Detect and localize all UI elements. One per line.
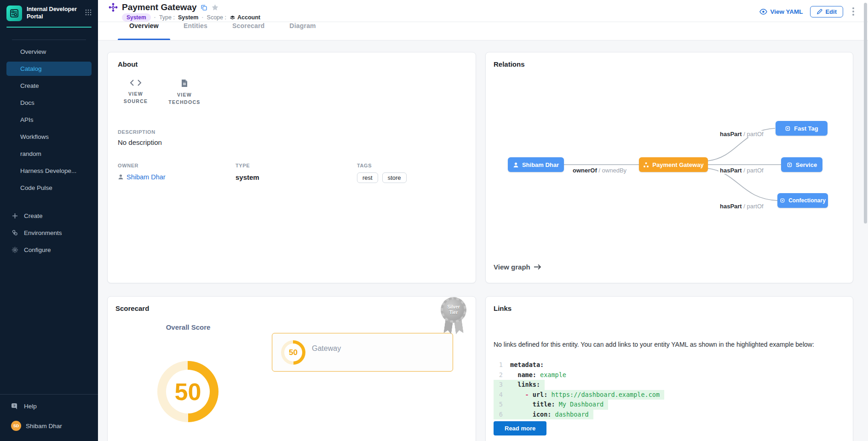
account-scope-icon	[230, 15, 236, 21]
meta-separator: ·	[201, 14, 203, 21]
scorecard-title: Scorecard	[115, 304, 468, 312]
edit-label: Edit	[825, 8, 837, 15]
edit-button[interactable]: Edit	[810, 6, 843, 17]
sidebar: Internal Developer Portal Overview Catal…	[0, 0, 98, 441]
favorite-star-button[interactable]	[211, 4, 219, 11]
links-empty-text: No links defined for this entity. You ca…	[494, 341, 845, 348]
scope-value: Account	[237, 14, 260, 21]
tags-row: rest store	[357, 172, 466, 183]
tab-overview[interactable]: Overview	[118, 22, 170, 40]
about-actions: VIEW SOURCE VIEW TECHDOCS	[118, 79, 466, 106]
chip-icon	[780, 198, 785, 203]
read-more-button[interactable]: Read more	[494, 421, 546, 435]
overall-score-label: Overall Score	[149, 323, 227, 331]
silver-tier-badge: Silver Tier	[440, 296, 467, 336]
relation-node-label: Payment Gateway	[652, 161, 703, 168]
type-field-label: TYPE	[236, 163, 357, 168]
copy-icon	[201, 4, 207, 11]
relation-node-label: Service	[796, 161, 817, 168]
view-graph-label: View graph	[494, 263, 530, 271]
entity-tabs: Overview Entities Scorecard Diagram	[98, 22, 868, 40]
view-techdocs-button[interactable]: VIEW TECHDOCS	[167, 79, 202, 106]
relation-node-payment-gateway[interactable]: Payment Gateway	[639, 157, 708, 172]
page-title: Payment Gateway	[122, 2, 197, 12]
header-actions: View YAML Edit	[759, 2, 856, 17]
relation-node-owner[interactable]: Shibam Dhar	[508, 157, 564, 172]
view-yaml-button[interactable]: View YAML	[759, 8, 803, 15]
tab-scorecard[interactable]: Scorecard	[221, 22, 276, 40]
help-button[interactable]: ? Help	[0, 395, 98, 413]
sidebar-item-harness-developer[interactable]: Harness Develope...	[6, 164, 92, 178]
help-label: Help	[24, 403, 37, 410]
eye-icon	[759, 9, 767, 15]
relation-node-service[interactable]: Service	[781, 157, 822, 172]
pencil-icon	[816, 9, 822, 15]
scorecard-card: Scorecard Overall Score 50 50 Gateway Si…	[107, 296, 476, 441]
type-field: TYPE system	[236, 163, 357, 183]
sidebar-secondary-nav: Create Environments Configure	[0, 204, 98, 264]
relations-card: Relations Shibam Dhar	[485, 52, 853, 283]
owner-field: OWNER Shibam Dhar	[118, 163, 236, 183]
gateway-scorecard[interactable]: 50 Gateway	[272, 333, 453, 372]
sidebar-configure[interactable]: Configure	[6, 243, 92, 257]
sidebar-item-create[interactable]: Create	[6, 79, 92, 93]
tag-chip-rest[interactable]: rest	[357, 172, 378, 183]
relation-node-label: Fast Tag	[794, 125, 818, 132]
code-line: 2 name: example	[494, 370, 845, 380]
sidebar-item-code-pulse[interactable]: Code Pulse	[6, 181, 92, 195]
view-source-button[interactable]: VIEW SOURCE	[118, 79, 154, 106]
tab-entities[interactable]: Entities	[172, 22, 219, 40]
owner-link[interactable]: Shibam Dhar	[118, 173, 236, 181]
tier-medal: Silver Tier	[441, 297, 466, 323]
overview-content: About VIEW SOURCE VIEW TECHDOCS	[98, 40, 868, 441]
sidebar-nav: Overview Catalog Create Docs APIs Workfl…	[0, 45, 98, 198]
sidebar-create-action[interactable]: Create	[6, 209, 92, 223]
avatar: SD	[11, 421, 21, 431]
tags-field: TAGS rest store	[357, 163, 466, 183]
sidebar-item-random[interactable]: random	[6, 147, 92, 161]
plus-icon	[11, 213, 18, 219]
code-line: 1metadata:	[494, 360, 845, 370]
person-icon	[118, 174, 124, 180]
system-entity-icon	[108, 2, 118, 12]
star-icon	[211, 4, 219, 11]
gear-icon	[11, 246, 18, 253]
sidebar-item-docs[interactable]: Docs	[6, 96, 92, 110]
relation-node-confectionary[interactable]: Confectionary	[777, 193, 828, 208]
main-area: Payment Gateway System · Type : System ·	[98, 0, 868, 441]
entity-meta-row: System · Type : System · Scope : Account	[108, 13, 260, 22]
sidebar-spacer	[0, 264, 98, 394]
more-options-button[interactable]	[851, 6, 856, 17]
gateway-scorecard-name: Gateway	[312, 344, 341, 353]
arrow-right-icon	[534, 264, 541, 270]
code-line: 4 - url: https://dashboard.example.com	[494, 390, 845, 400]
user-name: Shibam Dhar	[26, 423, 62, 430]
sidebar-item-overview[interactable]: Overview	[6, 45, 92, 59]
gateway-score-value: 50	[281, 340, 305, 365]
chip-icon	[787, 162, 793, 168]
title-row: Payment Gateway	[108, 2, 260, 12]
sidebar-logo-row: Internal Developer Portal	[0, 0, 98, 26]
copy-name-button[interactable]	[201, 4, 207, 11]
apps-grid-icon[interactable]	[85, 9, 92, 17]
scope-wrap: Account	[230, 14, 260, 21]
sidebar-item-catalog[interactable]: Catalog	[6, 62, 92, 76]
meta-separator: ·	[154, 14, 156, 21]
sidebar-item-workflows[interactable]: Workflows	[6, 130, 92, 144]
tag-chip-store[interactable]: store	[382, 172, 407, 183]
user-menu[interactable]: SD Shibam Dhar	[0, 413, 98, 441]
tier-line2: Tier	[449, 310, 458, 315]
owner-name: Shibam Dhar	[126, 173, 166, 181]
sidebar-item-apis[interactable]: APIs	[6, 113, 92, 127]
sidebar-environments-label: Environments	[24, 229, 62, 236]
sidebar-environments[interactable]: Environments	[6, 226, 92, 240]
relation-node-fast-tag[interactable]: Fast Tag	[776, 121, 828, 136]
view-yaml-label: View YAML	[770, 8, 803, 15]
tab-diagram[interactable]: Diagram	[278, 22, 327, 40]
view-graph-link[interactable]: View graph	[494, 263, 541, 271]
sidebar-create-label: Create	[24, 212, 43, 219]
svg-text:?: ?	[13, 404, 16, 408]
edge-label-owner: ownerOf / ownedBy	[571, 167, 628, 174]
page-scrollbar-thumb[interactable]	[864, 3, 867, 223]
about-fields: OWNER Shibam Dhar TYPE system TAGS r	[118, 163, 466, 183]
